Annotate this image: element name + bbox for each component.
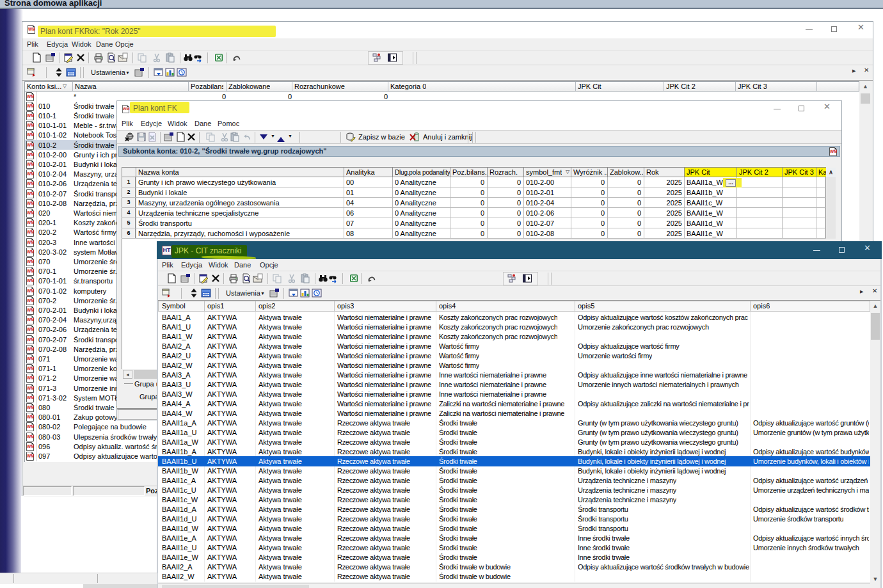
svg-text:WM: WM (27, 220, 34, 225)
svg-text:WM: WM (27, 258, 34, 263)
svg-text:WM: WM (27, 161, 34, 166)
svg-text:WM: WM (27, 132, 34, 137)
svg-text:WM: WM (27, 453, 34, 457)
svg-text:WM: WM (27, 366, 34, 370)
svg-text:WM: WM (27, 298, 34, 302)
svg-text:WM: WM (27, 171, 34, 176)
svg-text:WM: WM (27, 424, 34, 429)
svg-text:WM: WM (27, 239, 34, 244)
svg-text:WM: WM (27, 434, 34, 438)
svg-text:WM: WM (27, 443, 34, 448)
svg-text:WM: WM (27, 142, 34, 147)
svg-text:WM: WM (27, 113, 34, 117)
svg-text:WM: WM (27, 230, 34, 234)
svg-text:WM: WM (27, 288, 34, 292)
svg-text:WM: WM (27, 307, 34, 312)
svg-text:WM: WM (27, 200, 34, 205)
svg-text:WM: WM (27, 123, 34, 127)
svg-text:WM: WM (123, 107, 130, 111)
svg-text:WM: WM (27, 317, 34, 322)
svg-text:WM: WM (27, 278, 34, 283)
svg-text:WM: WM (27, 395, 34, 399)
svg-text:WM: WM (27, 269, 34, 273)
svg-text:WM: WM (27, 191, 34, 195)
svg-text:WM: WM (27, 249, 34, 253)
svg-text:WM: WM (27, 181, 34, 186)
svg-text:WM: WM (27, 327, 34, 331)
svg-text:WM: WM (27, 93, 34, 98)
svg-text:WM: WM (27, 385, 34, 390)
svg-text:WM: WM (27, 337, 34, 341)
svg-text:WM: WM (27, 152, 34, 156)
svg-text:WM: WM (830, 149, 837, 154)
svg-text:WM: WM (28, 27, 35, 31)
svg-text:WM: WM (27, 346, 34, 351)
svg-text:WM: WM (27, 103, 34, 107)
svg-text:WM: WM (27, 404, 34, 409)
svg-text:WM: WM (27, 356, 34, 360)
svg-text:WM: WM (27, 376, 34, 380)
svg-text:WM: WM (27, 415, 34, 419)
svg-text:WM: WM (27, 210, 34, 214)
